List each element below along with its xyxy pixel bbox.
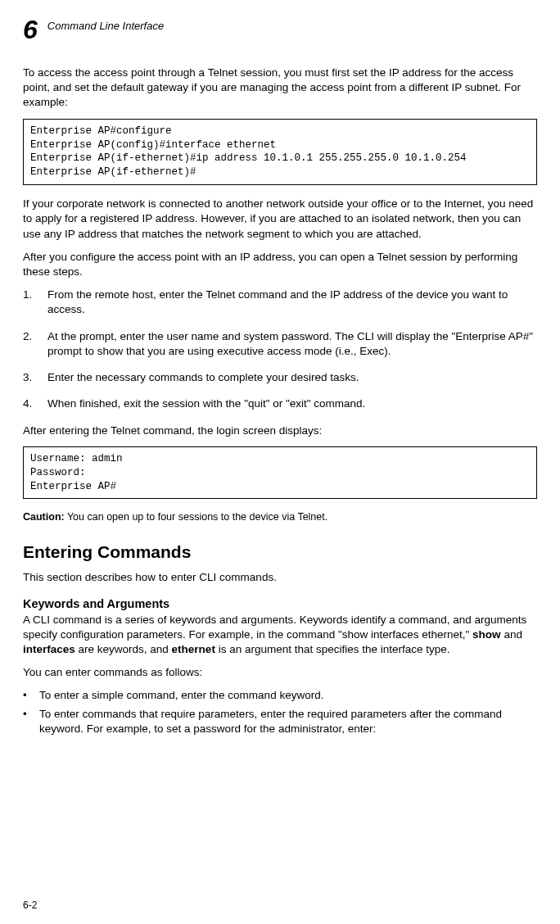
list-number: 4. <box>23 396 47 411</box>
list-number: 1. <box>23 288 47 317</box>
paragraph: After entering the Telnet command, the l… <box>23 424 537 438</box>
keyword-bold: interfaces <box>23 643 75 655</box>
list-number: 3. <box>23 370 47 385</box>
caution-note: Caution: You can open up to four session… <box>23 510 537 524</box>
list-item: 1. From the remote host, enter the Telne… <box>23 288 537 317</box>
list-content: To enter a simple command, enter the com… <box>39 688 537 703</box>
list-item: • To enter a simple command, enter the c… <box>23 688 537 703</box>
subsection-heading: Keywords and Arguments <box>23 597 537 610</box>
header-title: Command Line Interface <box>47 20 164 32</box>
paragraph: If your corporate network is connected t… <box>23 197 537 242</box>
list-content: At the prompt, enter the user name and s… <box>47 329 537 359</box>
keyword-bold: ethernet <box>172 643 215 655</box>
numbered-list: 1. From the remote host, enter the Telne… <box>23 288 537 411</box>
text-span: and <box>501 628 522 641</box>
paragraph: After you configure the access point wit… <box>23 250 537 279</box>
list-item: • To enter commands that require paramet… <box>23 707 537 736</box>
caution-text: You can open up to four sessions to the … <box>65 511 328 523</box>
chapter-number: 6 <box>23 16 38 43</box>
list-content: When finished, exit the session with the… <box>47 396 537 411</box>
text-span: A CLI command is a series of keywords an… <box>23 614 526 641</box>
bullet-list: • To enter a simple command, enter the c… <box>23 688 537 736</box>
list-item: 2. At the prompt, enter the user name an… <box>23 329 537 359</box>
bullet-dot: • <box>23 688 39 703</box>
list-number: 2. <box>23 329 47 359</box>
paragraph: You can enter commands as follows: <box>23 665 537 680</box>
list-content: To enter commands that require parameter… <box>39 707 537 736</box>
keyword-bold: show <box>472 628 501 641</box>
text-span: is an argument that specifies the interf… <box>215 643 450 655</box>
code-block: Enterprise AP#configure Enterprise AP(co… <box>23 119 537 186</box>
code-block: Username: admin Password: Enterprise AP# <box>23 446 537 500</box>
list-item: 3. Enter the necessary commands to compl… <box>23 370 537 385</box>
paragraph: A CLI command is a series of keywords an… <box>23 613 537 658</box>
caution-label: Caution: <box>23 511 65 523</box>
section-heading: Entering Commands <box>23 542 537 562</box>
page-number: 6-2 <box>23 899 37 911</box>
paragraph: To access the access point through a Tel… <box>23 66 537 111</box>
list-content: From the remote host, enter the Telnet c… <box>47 288 537 317</box>
text-span: are keywords, and <box>75 643 172 655</box>
list-content: Enter the necessary commands to complete… <box>47 370 537 385</box>
bullet-dot: • <box>23 707 39 736</box>
page-header: 6 Command Line Interface <box>23 16 537 43</box>
paragraph: This section describes how to enter CLI … <box>23 570 537 585</box>
list-item: 4. When finished, exit the session with … <box>23 396 537 411</box>
